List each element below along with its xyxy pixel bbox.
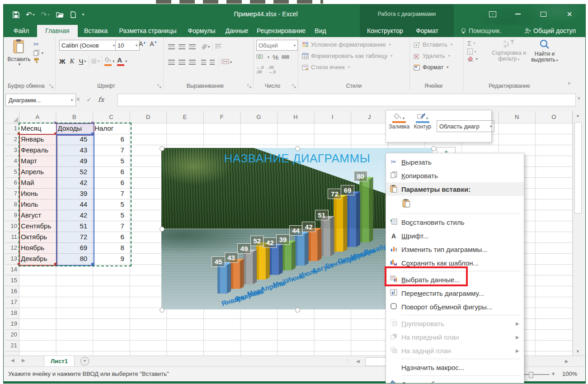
- cell-C11[interactable]: 6: [93, 232, 124, 242]
- col-header-F[interactable]: F: [203, 111, 240, 123]
- cell-A12[interactable]: Ноябрь: [21, 242, 55, 253]
- fill-color-button[interactable]: [104, 56, 112, 66]
- sheet-nav-left-icon[interactable]: ◀: [11, 358, 14, 363]
- italic-button[interactable]: К: [70, 57, 75, 65]
- scroll-up-icon[interactable]: ▲: [573, 113, 583, 118]
- menu-item-11[interactable]: Переместить диаграмму...: [386, 286, 524, 300]
- col-header-J[interactable]: J: [351, 111, 388, 123]
- row-header-19[interactable]: 19: [6, 318, 17, 329]
- tab-Рецензирование[interactable]: Рецензирование: [254, 25, 308, 37]
- row-header-20[interactable]: 20: [6, 329, 17, 340]
- data-label-Ноябрь[interactable]: 69: [341, 185, 354, 195]
- increase-decimal-button[interactable]: ←,0,00: [256, 65, 264, 74]
- cell-C7[interactable]: 7: [93, 188, 124, 199]
- col-header-B[interactable]: B: [56, 111, 93, 123]
- cancel-entry-icon[interactable]: ×: [76, 95, 80, 104]
- cell-B4[interactable]: 49: [56, 156, 88, 166]
- autosum-button[interactable]: Σ▾: [467, 39, 478, 47]
- menu-item-1[interactable]: Копировать: [386, 169, 524, 182]
- formula-input[interactable]: [118, 94, 576, 106]
- outline-tool-button[interactable]: ▾ Контур: [412, 113, 433, 130]
- tab-Формулы[interactable]: Формулы: [183, 25, 220, 37]
- align-right-icon[interactable]: [189, 60, 196, 65]
- vertical-scrollbar[interactable]: ▲ ▼: [573, 111, 583, 356]
- open-icon[interactable]: [56, 12, 64, 18]
- select-all-corner[interactable]: [5, 111, 19, 123]
- cell-B8[interactable]: 44: [56, 199, 88, 210]
- alignment-dialog-launcher[interactable]: [247, 84, 252, 88]
- chart-selection-handle[interactable]: [431, 146, 436, 151]
- cell-B12[interactable]: 69: [56, 242, 88, 253]
- font-name-combo[interactable]: Calibri (Основ▾: [59, 40, 117, 51]
- cell-styles-button[interactable]: Стили ячеек▾: [302, 62, 392, 73]
- cell-A11[interactable]: Октябрь: [21, 232, 55, 242]
- cell-C1[interactable]: Налог: [94, 123, 129, 134]
- row-header-4[interactable]: 4: [6, 156, 17, 166]
- menu-item-15[interactable]: На передний план▶: [386, 330, 524, 344]
- conditional-formatting-button[interactable]: Условное форматирование▾: [302, 39, 392, 50]
- tab-Файл[interactable]: Файл: [7, 25, 35, 37]
- align-bottom-icon[interactable]: [189, 44, 196, 49]
- cell-A7[interactable]: Июнь: [21, 188, 55, 199]
- close-button[interactable]: ×: [560, 7, 579, 21]
- ribbon-display-options-button[interactable]: ↑: [483, 7, 503, 21]
- percent-style-button[interactable]: %: [273, 53, 278, 61]
- cell-B9[interactable]: 42: [56, 210, 88, 221]
- name-box[interactable]: Диаграмм...▾: [5, 94, 76, 106]
- row-header-12[interactable]: 12: [6, 242, 17, 253]
- menu-item-0[interactable]: ✂Вырезать: [386, 155, 524, 169]
- row-header-17[interactable]: 17: [6, 297, 17, 308]
- vertical-scroll-thumb[interactable]: [574, 122, 582, 213]
- chart-selection-handle[interactable]: [160, 227, 165, 232]
- zoom-in-button[interactable]: +: [551, 370, 555, 377]
- wrap-text-button[interactable]: [215, 43, 222, 50]
- fill-button[interactable]: ↓▾: [467, 48, 478, 55]
- row-header-11[interactable]: 11: [6, 232, 17, 242]
- menu-item-20[interactable]: Формат области диаграммы...: [386, 377, 524, 383]
- row-header-3[interactable]: 3: [6, 145, 17, 156]
- font-dialog-launcher[interactable]: [157, 84, 162, 88]
- row-header-7[interactable]: 7: [6, 188, 17, 199]
- cell-A13[interactable]: Декабрь: [21, 253, 55, 264]
- cell-A2[interactable]: Январь: [21, 134, 55, 145]
- maximize-button[interactable]: [533, 7, 553, 21]
- data-label-Декабрь[interactable]: 80: [354, 171, 367, 181]
- row-header-14[interactable]: 14: [6, 264, 17, 275]
- tab-Разметка страницы[interactable]: Разметка страницы: [114, 25, 182, 37]
- cell-B3[interactable]: 43: [56, 145, 88, 156]
- font-color-button[interactable]: А: [117, 56, 124, 66]
- scroll-down-icon[interactable]: ▼: [573, 349, 583, 354]
- tab-Вид[interactable]: Вид: [310, 25, 331, 37]
- paste-button[interactable]: Вставить ▼: [7, 39, 31, 78]
- align-center-icon[interactable]: [179, 60, 185, 65]
- cell-C2[interactable]: 6: [93, 134, 124, 145]
- scrollbar-splitter[interactable]: ⋮: [345, 358, 349, 363]
- new-document-icon[interactable]: [71, 11, 76, 18]
- chart-selection-handle[interactable]: [295, 308, 300, 313]
- row-header-16[interactable]: 16: [6, 286, 17, 297]
- decrease-indent-icon[interactable]: [201, 60, 206, 65]
- row-header-13[interactable]: 13: [6, 253, 17, 264]
- zoom-slider-thumb[interactable]: [529, 372, 533, 378]
- add-sheet-button[interactable]: +: [80, 357, 89, 365]
- cell-B13[interactable]: 80: [56, 253, 88, 264]
- cell-B5[interactable]: 52: [56, 166, 88, 177]
- menu-item-12[interactable]: Поворот объемной фигуры...: [386, 300, 524, 313]
- currency-format-button[interactable]: [256, 54, 263, 61]
- data-label-Апрель[interactable]: 52: [250, 236, 264, 246]
- sheet-nav-right-icon[interactable]: ▶: [22, 358, 25, 363]
- tab-Главная[interactable]: Главная: [37, 25, 78, 37]
- cell-B6[interactable]: 42: [56, 177, 88, 188]
- bold-button[interactable]: Ж: [59, 57, 66, 65]
- col-header-I[interactable]: I: [314, 111, 351, 123]
- data-label-Январь[interactable]: 45: [212, 256, 225, 267]
- cell-A1[interactable]: Месяц: [21, 123, 55, 134]
- sheet-tab-list1[interactable]: Лист1: [44, 356, 75, 367]
- data-label-Март[interactable]: 49: [237, 243, 251, 254]
- row-header-18[interactable]: 18: [6, 308, 17, 318]
- data-label-Сентябрь[interactable]: 51: [315, 210, 329, 220]
- share-tab[interactable]: Общий доступ: [524, 25, 576, 37]
- col-header-O[interactable]: O: [535, 111, 572, 123]
- cut-button[interactable]: ✂: [33, 40, 43, 48]
- data-label-Октябрь[interactable]: 72: [328, 189, 341, 199]
